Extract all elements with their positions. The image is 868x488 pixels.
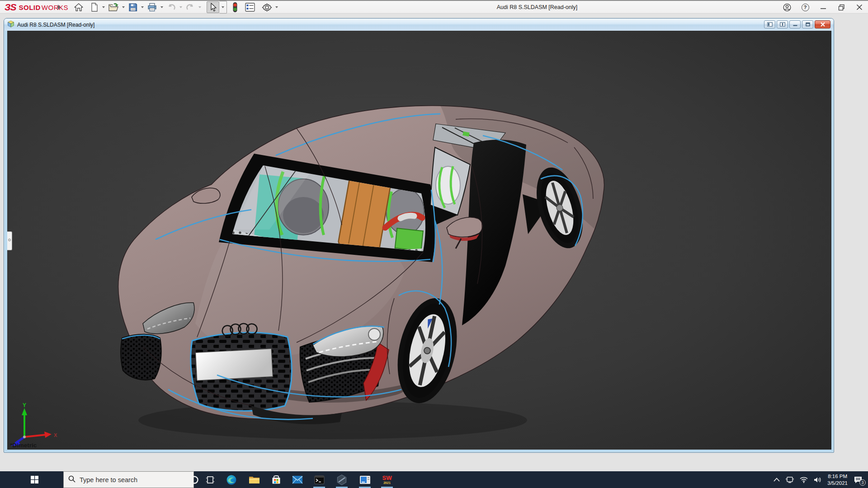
- new-document-caret[interactable]: [102, 6, 105, 8]
- print-button[interactable]: [146, 1, 159, 13]
- taskbar: SW 2021 8:16 PM 3/5/2021 3: [0, 471, 868, 488]
- property-manager-button[interactable]: [243, 1, 257, 13]
- graphics-viewport[interactable]: Y X *Dimetric: [7, 31, 831, 450]
- connect-display-icon[interactable]: [786, 477, 794, 483]
- document-title: Audi R8 S.SLDASM [Read-only]: [17, 22, 94, 28]
- home-icon: [74, 2, 84, 12]
- search-icon: [68, 475, 75, 484]
- print-caret[interactable]: [160, 6, 163, 8]
- print-icon: [147, 2, 157, 12]
- brand-solid: SOLID: [19, 4, 41, 11]
- save-caret[interactable]: [141, 6, 144, 8]
- save-icon: [128, 2, 138, 12]
- solidworks-year-badge: 2021: [383, 481, 391, 484]
- hexagon-app-icon[interactable]: [335, 471, 349, 488]
- view-orientation-label: *Dimetric: [10, 442, 37, 449]
- search-input[interactable]: [80, 476, 184, 483]
- new-document-icon: [90, 2, 99, 12]
- pane-left-toggle-icon[interactable]: [764, 20, 775, 28]
- minimize-icon[interactable]: [819, 3, 827, 11]
- property-list-icon: [245, 2, 255, 12]
- document-titlebar[interactable]: Audi R8 S.SLDASM [Read-only]: [4, 19, 834, 31]
- solidworks-taskbar-icon[interactable]: SW 2021: [379, 471, 395, 488]
- command-prompt-icon[interactable]: [312, 471, 326, 488]
- gear-icon: [262, 2, 272, 13]
- tray-chevron-icon[interactable]: [774, 478, 780, 482]
- app-window-controls: ?: [783, 1, 863, 14]
- pane-split-toggle-icon[interactable]: [777, 20, 788, 28]
- options-caret[interactable]: [275, 6, 278, 8]
- reference-triad[interactable]: Y X: [9, 403, 59, 446]
- solidworks-logo-mark: ЗS: [5, 2, 16, 13]
- desktop: ЗS SOLID WORKS: [0, 0, 868, 488]
- home-button[interactable]: [72, 1, 85, 13]
- account-icon[interactable]: [783, 3, 791, 11]
- undo-caret[interactable]: [179, 6, 182, 8]
- clock-date: 3/5/2021: [827, 480, 848, 487]
- solidworks-sw-mark: SW: [382, 475, 392, 481]
- featuremanager-expand-dot: [8, 239, 11, 241]
- doc-close-icon[interactable]: [815, 20, 830, 28]
- open-folder-icon: [108, 2, 119, 12]
- taskbar-clock[interactable]: 8:16 PM 3/5/2021: [827, 473, 848, 487]
- help-icon[interactable]: ?: [801, 3, 809, 11]
- select-tool-caret[interactable]: [219, 1, 227, 14]
- triad-x-label: X: [54, 432, 57, 438]
- notification-center-icon[interactable]: 3: [854, 476, 863, 484]
- file-explorer-icon[interactable]: [247, 471, 261, 488]
- app-titlebar: ЗS SOLID WORKS: [0, 0, 868, 14]
- document-window: Audi R8 S.SLDASM [Read-only]: [4, 18, 834, 453]
- edge-icon[interactable]: [224, 471, 239, 488]
- undo-icon: [166, 2, 176, 12]
- left-grille[interactable]: [121, 334, 161, 380]
- options-button[interactable]: [260, 1, 274, 13]
- save-button[interactable]: [127, 1, 139, 13]
- redo-icon: [185, 2, 195, 12]
- license-plate[interactable]: [195, 349, 273, 381]
- notification-count-badge: 3: [859, 479, 866, 486]
- assembly-icon: [7, 20, 14, 29]
- open-button[interactable]: [107, 1, 120, 13]
- close-icon[interactable]: [855, 3, 863, 11]
- status-lights-button[interactable]: [231, 1, 240, 13]
- doc-minimize-icon[interactable]: [789, 20, 801, 28]
- brand-works: WORKS: [42, 4, 68, 11]
- undo-button[interactable]: [165, 1, 178, 13]
- toolbar-expand-arrow[interactable]: [58, 5, 61, 10]
- mail-icon[interactable]: [290, 471, 305, 488]
- start-button[interactable]: [25, 471, 43, 488]
- wifi-icon[interactable]: [800, 477, 808, 483]
- store-icon[interactable]: [269, 471, 283, 488]
- featuremanager-collapsed-tab[interactable]: [7, 231, 12, 250]
- select-cursor-icon: [208, 2, 217, 12]
- new-document-button[interactable]: [89, 1, 100, 13]
- cortana-icon[interactable]: [187, 471, 202, 488]
- triad-y-label: Y: [23, 403, 26, 408]
- traffic-light-icon: [232, 2, 238, 13]
- window-app-icon[interactable]: [358, 471, 372, 488]
- redo-button[interactable]: [184, 1, 197, 13]
- select-tool-button[interactable]: [207, 1, 219, 13]
- quick-access-toolbar: [72, 1, 280, 14]
- app-client-area: Audi R8 S.SLDASM [Read-only]: [0, 14, 868, 471]
- doc-restore-icon[interactable]: [802, 20, 813, 28]
- redo-caret[interactable]: [198, 6, 201, 8]
- audi-r8-model[interactable]: [7, 31, 831, 450]
- restore-icon[interactable]: [837, 3, 845, 11]
- clock-time: 8:16 PM: [827, 473, 848, 480]
- app-title: Audi R8 S.SLDASM [Read-only]: [497, 4, 578, 10]
- taskbar-search[interactable]: [63, 471, 194, 488]
- volume-icon[interactable]: [814, 477, 821, 483]
- front-grille[interactable]: [191, 333, 292, 411]
- task-view-icon[interactable]: [203, 471, 217, 488]
- open-caret[interactable]: [122, 6, 125, 8]
- system-tray: 8:16 PM 3/5/2021 3: [774, 471, 868, 488]
- document-window-controls: [764, 20, 830, 28]
